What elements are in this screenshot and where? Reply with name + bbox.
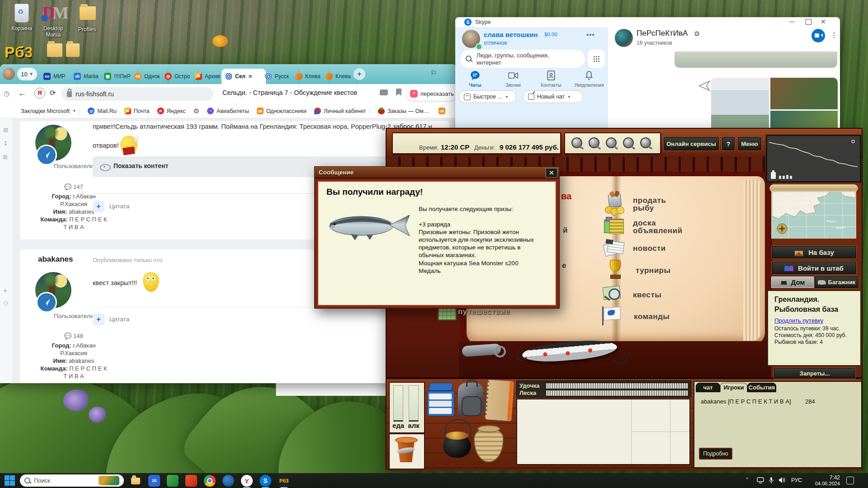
ok-icon[interactable]: ok	[439, 108, 445, 114]
details-button[interactable]: Подробно	[699, 448, 732, 460]
post2-quote-plus-button[interactable]: +	[93, 314, 104, 325]
quick-actions-button[interactable]: Быстрое ... ▼	[459, 90, 516, 103]
bookmark-icon[interactable]	[396, 89, 401, 96]
sell-fish-icon[interactable]	[605, 193, 625, 214]
desktop-folder[interactable]	[47, 43, 62, 57]
enter-hq-button[interactable]: Войти в штаб	[772, 262, 856, 274]
cauldron[interactable]	[442, 422, 472, 460]
skype-nav-contacts[interactable]: Контакты	[533, 70, 569, 88]
skype-nav-notifications[interactable]: Уведомления	[571, 70, 607, 88]
tray-speaker-icon[interactable]	[778, 477, 786, 483]
video-call-button[interactable]	[811, 29, 825, 42]
bookmark-cabinet[interactable]: Личный кабинет|	[314, 108, 370, 114]
menu-item-sell-fish[interactable]: продать рыбу	[633, 197, 678, 212]
chat-title[interactable]: ПеРсПеКтИвА	[637, 29, 688, 38]
post1-quote-label[interactable]: Цитата	[109, 203, 129, 210]
menu-item-news[interactable]: новости	[633, 244, 666, 252]
reel-icon[interactable]	[640, 137, 651, 148]
new-tab-button[interactable]: +	[354, 68, 365, 80]
post1-quote-plus-button[interactable]: +	[93, 201, 104, 212]
help-button[interactable]: ?	[722, 137, 735, 150]
skype-status[interactable]: отличное	[484, 40, 507, 46]
panel-download-icon[interactable]: ↧	[3, 140, 8, 147]
chat-members[interactable]: 16 участников	[637, 40, 672, 46]
base-map[interactable]	[771, 191, 856, 239]
taskbar-search[interactable]: Поиск	[20, 474, 124, 487]
tab-players[interactable]: Игроки	[720, 383, 747, 392]
home-button[interactable]: Дом	[771, 276, 814, 288]
line-slider[interactable]	[546, 390, 689, 396]
teams-icon[interactable]	[601, 306, 624, 326]
extend-permit-link[interactable]: Продлить путевку	[774, 317, 823, 324]
panel-grid-icon[interactable]: ⊞	[3, 127, 8, 133]
backpack[interactable]	[458, 381, 483, 417]
kebab-menu-icon[interactable]: ⋮	[830, 31, 838, 39]
profile-avatar[interactable]	[3, 68, 15, 80]
more-options-icon[interactable]: •••	[586, 31, 595, 38]
group-avatar[interactable]	[615, 29, 633, 47]
back-icon[interactable]: ←	[18, 89, 26, 98]
rod-slider[interactable]	[546, 383, 689, 389]
trunk-button[interactable]: Багажник	[815, 276, 859, 288]
quests-icon[interactable]	[603, 285, 626, 305]
address-pill[interactable]: rus-fishsoft.ru	[61, 87, 213, 101]
fish-creel[interactable]	[474, 425, 502, 461]
menu-item-tournaments[interactable]: турниры	[636, 267, 671, 274]
taskbar-app-blue[interactable]	[222, 475, 234, 487]
online-services-button[interactable]: Онлайн сервисы	[664, 137, 719, 150]
notebook[interactable]	[485, 379, 514, 421]
new-chat-button[interactable]: Новый чат ▼	[523, 90, 583, 103]
menu-item-teams[interactable]: команды	[634, 313, 670, 320]
bookmark-pochta[interactable]: ✉Почта	[124, 108, 150, 114]
tab-herring-active[interactable]: Сел✕	[222, 69, 266, 84]
tray-chevron-icon[interactable]: ⌃	[745, 477, 749, 483]
tray-clock[interactable]: 7:42 04.06.2024	[808, 474, 840, 487]
close-icon[interactable]: ✕	[821, 18, 826, 25]
tab-kleva-2[interactable]: Клева	[322, 69, 357, 84]
rod-slots-panel[interactable]	[516, 399, 690, 465]
tackle-box[interactable]	[427, 383, 453, 416]
skype-balance[interactable]: $0.00	[544, 32, 557, 37]
trophy-icon[interactable]	[609, 260, 622, 281]
send-icon[interactable]	[698, 80, 710, 91]
bans-button[interactable]: Запреты...	[774, 368, 855, 379]
panel-add-icon[interactable]: +	[3, 286, 7, 294]
bookmark-mailru[interactable]: @Mail.Ru	[88, 108, 116, 114]
bookmark-avia[interactable]: ◔Авиабилеты	[207, 108, 249, 114]
minimize-icon[interactable]: —	[789, 18, 795, 24]
maximize-icon[interactable]	[806, 19, 811, 25]
panel-copy-icon[interactable]: ⧉	[3, 154, 7, 161]
post2-author[interactable]: abakanes	[38, 255, 73, 264]
start-button[interactable]	[5, 475, 15, 486]
menu-button[interactable]: Меню	[738, 137, 761, 150]
tray-display-icon[interactable]	[757, 477, 764, 483]
older-message-image[interactable]	[675, 52, 837, 68]
tab-counter[interactable]: 10▼	[17, 68, 37, 80]
post2-quote-label[interactable]: Цитата	[109, 316, 129, 323]
tab-chat[interactable]: чат	[696, 383, 720, 392]
tray-mic-icon[interactable]	[769, 477, 774, 484]
desktop-folder[interactable]	[66, 43, 80, 57]
reel-icon[interactable]	[606, 137, 617, 148]
bookmark-settings[interactable]: ⚙	[193, 107, 199, 115]
taskbar-app-green[interactable]	[167, 475, 179, 487]
skype-nav-chats[interactable]: Чаты	[457, 70, 493, 88]
close-tab-icon[interactable]: ✕	[248, 74, 252, 80]
desktop-icon-rp3[interactable]: Pб3	[5, 43, 32, 64]
yandex-button-icon[interactable]: Я	[34, 88, 45, 99]
skype-search-input[interactable]: Люди, группы, сообщения, интернет	[460, 50, 585, 68]
summarize-button[interactable]: ❝ пересказать	[406, 87, 457, 101]
taskbar-rp3-game[interactable]: Pб3	[278, 475, 290, 487]
to-base-button[interactable]: На базу	[772, 246, 856, 258]
reel-icon[interactable]	[571, 137, 582, 148]
taskbar-skype[interactable]: S	[259, 475, 271, 487]
news-icon[interactable]	[603, 239, 625, 258]
reel-icon[interactable]	[623, 137, 634, 148]
player-row[interactable]: abakanes [П Е Р С П Е К Т И В А]	[701, 398, 791, 405]
dialpad-button[interactable]	[588, 50, 605, 68]
tray-notifications-icon[interactable]	[846, 477, 854, 484]
bookmark-folder[interactable]: Закладки Microsoft▼|	[21, 108, 80, 114]
bookmark-orders[interactable]: Заказы — ОмскМ	[378, 108, 431, 114]
menu-item-travel[interactable]: путешествие	[458, 308, 510, 315]
taskbar-yandex-browser[interactable]: Y	[241, 475, 253, 487]
